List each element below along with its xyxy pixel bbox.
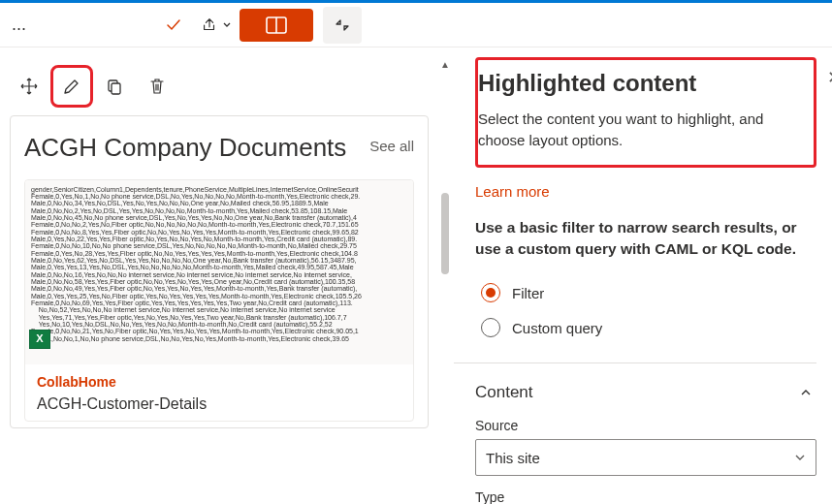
document-preview: gender,SeniorCitizen,Column1,Dependents,…: [25, 180, 413, 364]
learn-more-link[interactable]: Learn more: [475, 183, 550, 200]
radio-icon-selected: [481, 283, 500, 302]
source-select[interactable]: This site: [475, 439, 816, 476]
chevron-down-icon: [222, 20, 232, 30]
panel-header-highlight: Highlighted content Select the content y…: [475, 57, 816, 168]
svg-rect-3: [112, 83, 120, 94]
type-field-label: Type: [475, 489, 816, 504]
document-preview-text: gender,SeniorCitizen,Column1,Dependents,…: [31, 186, 407, 343]
content-section-header[interactable]: Content: [475, 383, 816, 402]
trash-icon: [147, 77, 167, 96]
webpart-header: ACGH Company Documents See all: [24, 132, 414, 164]
document-meta: CollabHome ACGH-Customer-Details: [25, 364, 413, 421]
edit-button[interactable]: [52, 67, 91, 106]
property-panel: ✕ Highlighted content Select the content…: [454, 47, 832, 501]
webpart-title: ACGH Company Documents: [24, 132, 346, 164]
canvas-column: ACGH Company Documents See all gender,Se…: [0, 47, 438, 501]
webpart-card[interactable]: ACGH Company Documents See all gender,Se…: [10, 115, 429, 428]
radio-custom-label: Custom query: [512, 320, 602, 336]
collapse-panel-button[interactable]: [323, 7, 362, 44]
delete-button[interactable]: [138, 67, 176, 106]
close-panel-button[interactable]: ✕: [827, 67, 832, 88]
main-area: ACGH Company Documents See all gender,Se…: [0, 47, 832, 501]
scroll-thumb[interactable]: [441, 193, 449, 274]
query-mode-radio-group: Filter Custom query: [475, 275, 816, 345]
divider: [454, 362, 816, 363]
scrollbar[interactable]: ▲: [438, 47, 454, 501]
see-all-link[interactable]: See all: [369, 132, 414, 154]
columns-icon: [266, 16, 287, 34]
top-toolbar: ...: [0, 3, 832, 47]
document-card[interactable]: gender,SeniorCitizen,Column1,Dependents,…: [24, 179, 414, 422]
confirm-button[interactable]: [154, 9, 193, 42]
chevron-up-icon: [799, 386, 813, 399]
radio-custom-query[interactable]: Custom query: [475, 310, 816, 345]
excel-icon: X: [29, 330, 50, 349]
move-icon: [19, 77, 39, 96]
webpart-toolbar: [10, 63, 429, 115]
move-button[interactable]: [10, 67, 48, 106]
source-field-label: Source: [475, 418, 816, 433]
document-name: ACGH-Customer-Details: [37, 395, 401, 413]
share-icon: [201, 16, 218, 34]
document-site: CollabHome: [37, 374, 401, 390]
radio-icon-unselected: [481, 318, 500, 337]
radio-filter[interactable]: Filter: [475, 275, 816, 310]
pencil-icon: [62, 77, 81, 96]
panel-description: Select the content you want to highlight…: [478, 109, 802, 151]
filter-intro-text: Use a basic filter to narrow search resu…: [475, 217, 816, 261]
collapse-icon: [334, 16, 351, 34]
chevron-down-icon: [794, 452, 806, 463]
scroll-up-icon[interactable]: ▲: [440, 59, 450, 70]
copy-icon: [105, 77, 124, 96]
radio-filter-label: Filter: [512, 285, 544, 301]
check-icon: [164, 16, 183, 35]
content-section-label: Content: [475, 383, 533, 402]
layout-columns-button[interactable]: [240, 9, 313, 42]
panel-title: Highlighted content: [478, 70, 802, 97]
source-selected-value: This site: [486, 450, 540, 466]
more-menu-icon[interactable]: ...: [8, 15, 30, 35]
share-button[interactable]: [197, 9, 236, 42]
duplicate-button[interactable]: [95, 67, 134, 106]
